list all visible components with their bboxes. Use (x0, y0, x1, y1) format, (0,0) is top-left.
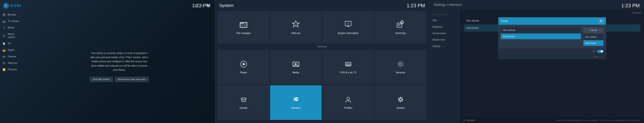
percent-value: 0 % (592, 50, 595, 52)
movies-icon: 🎬 (2, 14, 6, 16)
tv-icon: 📡 (2, 42, 6, 45)
grid-item-interface[interactable]: Interface (270, 85, 322, 120)
settings-nav-regional[interactable]: Regional (429, 24, 460, 30)
sidebar-item-tvshows[interactable]: 📺 TV shows (0, 18, 24, 24)
empty-library-message: Your library is currently empty. In orde… (90, 51, 148, 72)
grid-item-games2[interactable]: Games (218, 85, 269, 120)
fonts-dialog: Fonts ✦ Skin default Arial based (498, 17, 606, 59)
settings-nav-skin[interactable]: Skin (429, 17, 460, 24)
grid-item-sysinfo[interactable]: System information (322, 11, 374, 43)
settings-nav-masterlock[interactable]: Master lock (429, 36, 460, 43)
look-and-feel-label: Look and feel (429, 12, 460, 17)
sidebar-item-addons[interactable]: 🔌 Add-ons (0, 60, 24, 66)
grid-item-system[interactable]: System (375, 85, 426, 120)
dialog-list-item-skindefault[interactable]: Skin default (501, 27, 581, 33)
sidebar-musicvideos-label: Music videos (8, 32, 22, 39)
sidebar-item-musicvideos[interactable]: 🎥 Music videos (0, 31, 24, 40)
svg-point-8 (348, 22, 348, 23)
addons-grid-icon (292, 20, 300, 30)
addons-icon: 🔌 (2, 62, 6, 64)
settings-bottom: ⚙ Standard Choose the fonts displayed in… (460, 118, 644, 123)
grid-item-services[interactable]: Services (375, 50, 426, 84)
grid-item-player[interactable]: Player (218, 50, 269, 84)
player-icon (240, 60, 247, 69)
svg-point-31 (398, 61, 403, 67)
svg-point-30 (399, 63, 402, 65)
media-label: Media (292, 71, 299, 74)
grid-item-profiles[interactable]: Profiles (322, 85, 374, 120)
kodi-icon (3, 3, 9, 8)
remove-menu-button[interactable]: Remove this main menu item (115, 76, 149, 82)
sidebar-item-music[interactable]: 🎵 Music (0, 24, 24, 31)
filemanager-icon (239, 20, 248, 30)
media-icon (292, 60, 300, 69)
music-icon: 🎵 (2, 26, 6, 29)
dialog-titlebar: Fonts ✦ (498, 17, 606, 25)
dialog-sidebar-items: Skin default Arial based (583, 34, 603, 46)
dialog-list: Skin default Arial based (501, 27, 581, 46)
pvr-label: PVR & Live TV (340, 71, 356, 74)
panel2-title: System (219, 3, 234, 8)
sysinfo-icon (344, 20, 352, 30)
setting-label-arialbased: Arial based (466, 26, 478, 29)
panel2-header: System 1:23 PM (215, 0, 429, 11)
settings-nav-startup[interactable]: Startup (429, 43, 460, 50)
profiles-label: Profiles (344, 106, 352, 109)
sidebar-item-radio[interactable]: 📻 Radio (0, 47, 24, 53)
enter-files-button[interactable]: Enter files section (90, 76, 113, 82)
settings-sidebar: Look and feel Skin Regional Screensaver … (429, 10, 460, 123)
eventlog-icon (396, 20, 405, 30)
settings-nav-screensaver[interactable]: Screensaver (429, 30, 460, 36)
action-buttons: Enter files section Remove this main men… (90, 76, 149, 82)
grid-item-media[interactable]: Media (270, 50, 322, 84)
system-label: System (396, 106, 404, 109)
dialog-title: Fonts (501, 20, 508, 23)
skin-name-label: Estuary (632, 12, 641, 14)
dialog-sidebar-arialbased[interactable]: Arial based (583, 40, 603, 46)
svg-marker-4 (292, 21, 299, 27)
items-count: 2 items · 1/1 (592, 56, 603, 58)
grid-item-pvr[interactable]: PVR & Live TV (322, 50, 374, 84)
setting-label-skindefault: Skin default (466, 19, 479, 22)
pictures-icon: 🖼️ (2, 68, 6, 71)
grid-item-addons[interactable]: Add-ons (270, 11, 322, 43)
dialog-close-button[interactable]: ✦ (599, 19, 603, 23)
panel1-time: 1:22 PM (192, 3, 210, 8)
sidebar-item-movies[interactable]: 🎬 Movies (0, 12, 24, 18)
panel3-content: Look and feel Skin Regional Screensaver … (429, 10, 644, 123)
sidebar-addons-label: Add-ons (8, 62, 18, 64)
svg-point-42 (347, 97, 350, 100)
gear-icon: ⚙ (463, 119, 465, 122)
addons-grid-label: Add-ons (291, 32, 300, 34)
svg-rect-40 (294, 98, 296, 100)
sidebar-item-games[interactable]: 🎮 Games (0, 54, 24, 60)
sidebar-item-tv[interactable]: 📡 TV (0, 40, 24, 47)
dialog-cancel-button[interactable]: Cancel (583, 27, 603, 33)
svg-point-35 (245, 100, 246, 100)
sysinfo-label: System information (338, 32, 359, 34)
svg-rect-39 (296, 97, 298, 98)
settings-main-area: Estuary Skin default Arial based Fonts ✦ (460, 10, 644, 123)
pvr-icon (344, 60, 352, 69)
grid-item-filemanager[interactable]: File manager (218, 11, 269, 43)
toggle-switch[interactable] (597, 50, 603, 53)
eventlog-label: Event log (395, 32, 406, 34)
settings-level[interactable]: ⚙ Standard (463, 119, 475, 122)
sidebar-item-pictures[interactable]: 🖼️ Pictures (0, 66, 24, 72)
dialog-sidebar-skindefault[interactable]: Skin default (583, 34, 603, 40)
dialog-body: Skin default Arial based Cancel Skin def… (498, 25, 606, 48)
sidebar-games-label: Games (8, 55, 16, 58)
games-icon: 🎮 (2, 55, 6, 58)
profiles-icon (344, 96, 352, 105)
panel1-header: KODI ⏻ ⚙ 🔍 1:22 PM (0, 0, 215, 10)
svg-point-11 (402, 22, 402, 23)
settings-interface-panel: Settings / Interface 1:23 PM Look and fe… (429, 0, 644, 123)
dialog-list-item-arialbased[interactable]: Arial based (501, 34, 581, 39)
sidebar-radio-label: Radio (8, 48, 14, 52)
interface-label: Interface (291, 106, 300, 109)
panel2-time: 1:23 PM (407, 3, 425, 8)
panel3-time: 1:23 PM (622, 3, 640, 8)
sidebar-movies-label: Movies (8, 13, 16, 16)
grid-item-eventlog[interactable]: Event log (375, 11, 426, 43)
services-icon (397, 60, 404, 69)
